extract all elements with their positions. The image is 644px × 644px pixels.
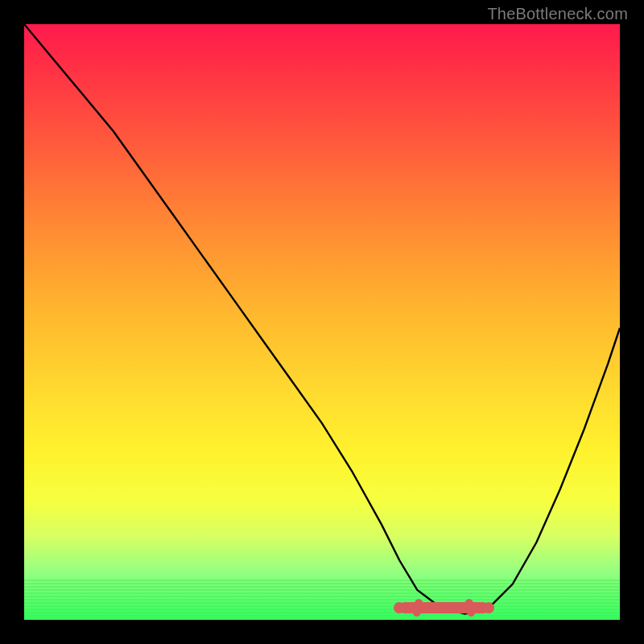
chart-gradient-background (24, 24, 620, 620)
watermark-text: TheBottleneck.com (487, 5, 628, 23)
chart-frame: TheBottleneck.com (0, 0, 644, 644)
